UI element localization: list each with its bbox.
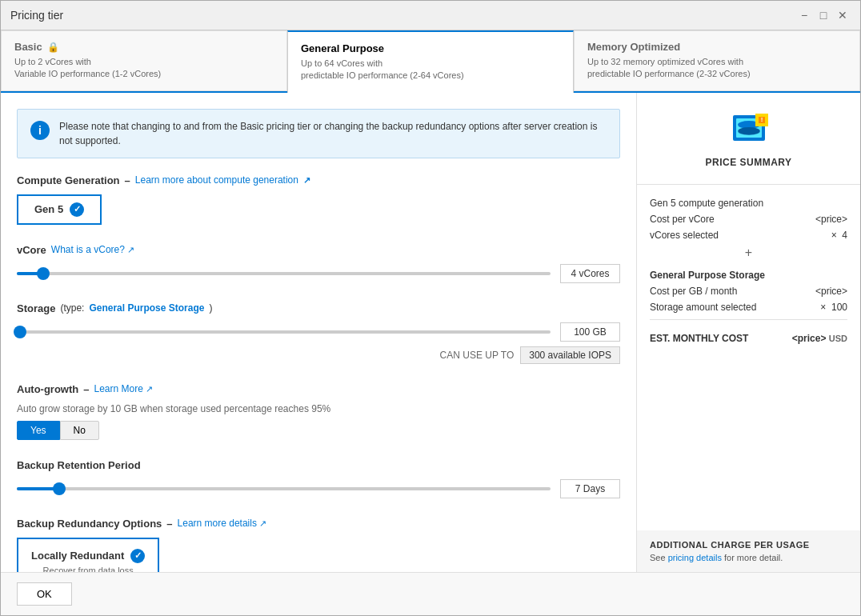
close-button[interactable]: ✕ [835,7,851,23]
cost-per-vcore-value: <price> [815,214,847,225]
est-monthly-cost-label: EST. MONTHLY COST [650,333,748,344]
svg-text:!: ! [760,116,763,123]
price-summary-label: PRICE SUMMARY [705,157,791,168]
tab-basic[interactable]: Basic 🔒 Up to 2 vCores withVariable IO p… [1,30,287,91]
ok-button[interactable]: OK [17,582,72,606]
compute-learn-more-link[interactable]: Learn more about compute generation [135,174,298,186]
storage-slider-row: 100 GB [17,322,620,342]
backup-retention-section: Backup Retention Period 7 Days [17,459,620,498]
storage-type-link[interactable]: General Purpose Storage [89,302,204,314]
tab-basic-label: Basic [14,41,42,53]
storage-slider-container[interactable] [17,324,551,340]
price-details: Gen 5 compute generation Cost per vCore … [637,185,860,530]
tab-memory-optimized[interactable]: Memory Optimized Up to 32 memory optimiz… [574,30,860,91]
gen5-option[interactable]: Gen 5 ✓ [17,194,102,225]
backup-slider-container[interactable] [17,481,551,497]
backup-slider-row: 7 Days [17,479,620,498]
backup-redundancy-label: Backup Redundancy Options – Learn more d… [17,518,620,530]
iops-label: CAN USE UP TO [440,350,515,361]
title-bar: Pricing tier − □ ✕ [1,1,860,30]
est-monthly-cost-value: <price> USD [792,333,847,344]
additional-charge-title: ADDITIONAL CHARGE PER USAGE [650,540,847,550]
autogrowth-section: Auto-growth – Learn More ↗ Auto grow sto… [17,383,620,440]
vcore-label: vCore What is a vCore? ↗ [17,244,620,256]
cost-per-gb-row: Cost per GB / month <price> [650,286,847,297]
cost-per-gb-value: <price> [815,286,847,297]
tab-memory-label: Memory Optimized [587,41,680,53]
cost-per-vcore-row: Cost per vCore <price> [650,214,847,225]
info-text: Please note that changing to and from th… [59,119,607,148]
content-area: i Please note that changing to and from … [1,93,860,572]
backup-redundancy-learn-more-link[interactable]: Learn more details ↗ [178,518,267,529]
vcores-selected-row: vCores selected × 4 [650,230,847,241]
iops-row: CAN USE UP TO 300 available IOPS [17,346,620,364]
price-summary-header: ! PRICE SUMMARY [637,93,860,185]
side-panel: ! PRICE SUMMARY Gen 5 compute generation… [636,93,860,572]
backup-redundancy-link-icon: ↗ [259,518,266,528]
storage-slider-track [17,330,551,334]
gen5-compute-row: Gen 5 compute generation [650,198,847,209]
locally-redundant-card[interactable]: Locally Redundant ✓ Recover from data lo… [17,538,159,572]
tab-general-label: General Purpose [301,42,384,54]
main-panel: i Please note that changing to and from … [1,93,636,572]
autogrowth-toggle: Yes No [17,421,620,440]
backup-redundancy-section: Backup Redundancy Options – Learn more d… [17,518,620,572]
backup-redundancy-options: Locally Redundant ✓ Recover from data lo… [17,538,620,572]
storage-section: Storage (type: General Purpose Storage )… [17,302,620,364]
vcore-learn-more-link[interactable]: What is a vCore? ↗ [51,244,134,255]
gp-storage-title: General Purpose Storage [650,270,847,281]
tab-general-desc: Up to 64 vCores withpredictable IO perfo… [301,58,560,82]
gen5-compute-label: Gen 5 compute generation [650,198,763,209]
gen5-label: Gen 5 [34,203,63,215]
autogrowth-desc: Auto grow storage by 10 GB when storage … [17,403,620,414]
info-icon: i [30,121,50,140]
est-monthly-cost-row: EST. MONTHLY COST <price> USD [650,326,847,344]
storage-slider-thumb[interactable] [14,326,26,338]
tab-basic-desc: Up to 2 vCores withVariable IO performan… [14,56,274,81]
plus-sign: + [650,246,847,260]
compute-section: Compute Generation – Learn more about co… [17,174,620,225]
storage-value-box: 100 GB [560,322,620,342]
window-controls: − □ ✕ [796,7,851,23]
vcore-link-icon: ↗ [127,245,134,254]
tab-memory-desc: Up to 32 memory optimized vCores withpre… [587,56,847,81]
autogrowth-no-button[interactable]: No [60,421,99,440]
storage-amount-label: Storage amount selected [650,302,756,313]
storage-amount-row: Storage amount selected × 100 [650,302,847,313]
locally-redundant-desc: Recover from data losswithin region [31,565,145,572]
vcores-selected-value: × 4 [831,230,847,241]
autogrowth-yes-button[interactable]: Yes [17,421,60,440]
vcore-section: vCore What is a vCore? ↗ 4 vCores [17,244,620,283]
info-banner: i Please note that changing to and from … [17,109,620,158]
backup-slider-thumb[interactable] [53,482,66,495]
compute-label: Compute Generation – Learn more about co… [17,174,620,186]
locally-redundant-label: Locally Redundant [31,550,124,562]
storage-amount-value: × 100 [820,302,847,313]
additional-charge-text: See pricing details for more detail. [650,553,847,562]
vcore-value-box: 4 vCores [560,264,620,283]
storage-label: Storage (type: General Purpose Storage ) [17,302,620,314]
pricing-details-link[interactable]: pricing details [668,553,722,562]
footer: OK [1,572,860,615]
vcore-slider-thumb[interactable] [37,267,50,280]
tier-tabs: Basic 🔒 Up to 2 vCores withVariable IO p… [1,30,860,93]
cost-per-gb-label: Cost per GB / month [650,286,737,297]
pricing-tier-window: Pricing tier − □ ✕ Basic 🔒 Up to 2 vCore… [0,0,861,616]
vcore-slider-track [17,272,551,275]
database-icon: ! [730,109,768,147]
compute-link-icon: ↗ [303,175,310,186]
backup-value-box: 7 Days [560,479,620,498]
compute-options: Gen 5 ✓ [17,194,620,225]
autogrowth-learn-more-link[interactable]: Learn More ↗ [94,383,154,394]
est-currency: USD [829,334,847,343]
backup-retention-label: Backup Retention Period [17,459,620,471]
autogrowth-label: Auto-growth – Learn More ↗ [17,383,620,395]
tab-general-purpose[interactable]: General Purpose Up to 64 vCores withpred… [287,30,574,93]
autogrowth-link-icon: ↗ [146,384,153,394]
vcore-slider-container[interactable] [17,266,551,282]
minimize-button[interactable]: − [796,7,812,23]
lock-icon: 🔒 [47,42,59,53]
restore-button[interactable]: □ [815,7,831,23]
price-divider [650,319,847,320]
iops-value: 300 available IOPS [520,346,620,364]
